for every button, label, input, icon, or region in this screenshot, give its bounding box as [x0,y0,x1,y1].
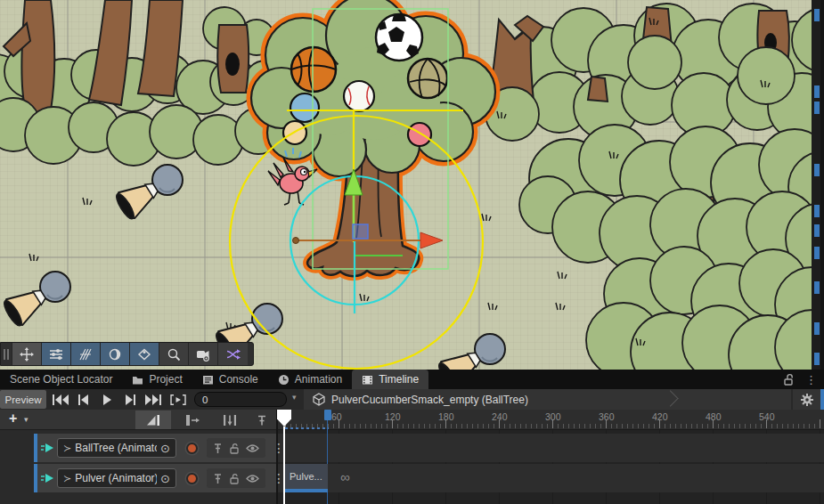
film-icon [362,374,373,386]
timeline-settings-button[interactable] [793,389,820,410]
tab-console[interactable]: Console [192,370,268,389]
playhead-line [283,427,285,504]
step-back-icon [76,394,92,405]
ruler-label: 180 [438,411,461,422]
step-forward-icon [122,394,138,405]
sphere-icon [108,347,122,362]
layers-tool-button[interactable] [130,343,159,365]
add-track-button[interactable]: + [9,411,17,427]
tab-animation[interactable]: Animation [268,370,352,389]
skip-start-button[interactable] [50,390,71,409]
camera-preview-button[interactable] [189,343,218,365]
tab-scene-object-locator[interactable]: Scene Object Locator [0,370,122,389]
play-range-button[interactable] [167,390,189,409]
pulver-animation-clip[interactable]: Pulve... [285,464,328,492]
tab-label: Timeline [379,373,419,386]
panel-menu-button[interactable]: ⋮ [805,374,817,386]
tab-label: Console [219,373,258,386]
mix-mode-button[interactable] [135,411,171,429]
volleyball [408,59,447,98]
toolbar-drag-grip[interactable] [1,343,12,365]
sphere-tool-button[interactable] [101,343,130,365]
ruler-label: 420 [652,411,675,422]
blue-ball [290,93,319,122]
track-label: BallTree (Animator) [75,442,157,454]
ruler-label: 120 [385,411,408,422]
animation-track-icon [37,442,57,454]
shuffle-tool-button[interactable] [218,343,248,365]
lane-pulver[interactable] [278,464,824,492]
ruler-label: 60 [331,411,355,422]
record-button[interactable] [186,443,198,454]
tab-project[interactable]: Project [122,370,192,389]
frame-options-caret[interactable]: ▾ [292,393,297,402]
skip-end-icon [145,394,162,405]
track-name-box[interactable]: ≻ Pulver (Animator) ⊙ [57,468,176,488]
play-button[interactable] [96,390,118,409]
pink-ball [408,123,431,146]
duration-range-dots [285,427,329,429]
baseball [344,81,374,111]
add-track-caret[interactable]: ▾ [24,415,29,424]
xy-plane-handle[interactable] [353,224,368,239]
tab-label: Project [149,373,182,386]
pin-icon[interactable] [213,443,223,454]
gear-icon [801,394,813,406]
hatch-icon [78,347,93,362]
skip-end-button[interactable] [143,390,164,409]
eye-icon[interactable] [246,474,259,484]
magnifier-icon [167,347,181,362]
marker-toggle-button[interactable] [251,411,273,429]
ripple-mode-icon [185,414,200,427]
track-label: Pulver (Animator) [75,472,157,484]
timeline-lanes[interactable]: 0 60 120 180 240 300 360 420 480 540 Pul… [278,410,824,504]
timeline-track-panel: + ▾ [0,410,276,504]
breadcrumb-chevron [662,390,678,406]
ruler-label: 360 [599,411,622,422]
move-tool-button[interactable] [12,343,42,365]
step-forward-button[interactable] [119,390,141,409]
record-button[interactable] [186,473,198,484]
editor-window: .bush{fill:#a4bb82;stroke:#202020;stroke… [0,0,824,504]
basketball [291,47,336,92]
scene-view[interactable]: .bush{fill:#a4bb82;stroke:#202020;stroke… [0,0,824,370]
mix-mode-icon [146,414,161,427]
eye-icon[interactable] [246,443,259,453]
pin-icon[interactable] [213,473,223,484]
soccer-ball [376,14,422,61]
lock-icon[interactable] [229,443,240,454]
track-row-pulver[interactable]: ≻ Pulver (Animator) ⊙ [34,464,276,492]
clock-icon [278,374,290,386]
scene-toolbar [0,342,254,366]
layers-icon [137,347,151,362]
tab-timeline[interactable]: Timeline [352,370,428,389]
timeline-toolbar: + ▾ [0,410,276,430]
unlock-icon[interactable] [782,373,795,386]
ripple-mode-button[interactable] [176,411,208,429]
target-icon[interactable]: ⊙ [160,442,170,455]
cube-icon [313,393,325,406]
zoom-tool-button[interactable] [159,343,189,365]
replace-mode-icon [223,414,237,427]
timeline-ruler[interactable]: 0 60 120 180 240 300 360 420 480 540 [278,410,824,430]
marker-toggle-icon [256,414,268,427]
breadcrumb[interactable]: PulverCucumberSmack_empty (BallTree) [304,389,791,410]
clip-loop-indicator: ∞ [340,464,350,492]
folder-icon [132,374,143,386]
duration-end-marker[interactable] [324,410,331,420]
track-row-balltree[interactable]: ≻ BallTree (Animator) ⊙ [34,434,276,462]
preview-toggle-button[interactable]: Preview [0,390,46,409]
ruler-label: 240 [492,411,515,422]
current-frame-field[interactable]: 0 [194,392,287,407]
sliders-tool-button[interactable] [42,343,71,365]
track-toggles [207,468,265,488]
track-name-box[interactable]: ≻ BallTree (Animator) ⊙ [57,438,176,458]
tab-label: Animation [295,373,342,386]
lane-balltree[interactable] [278,434,824,462]
hatch-tool-button[interactable] [71,343,101,365]
replace-mode-button[interactable] [214,411,246,429]
step-back-button[interactable] [73,390,94,409]
target-icon[interactable]: ⊙ [160,472,170,485]
ruler-label: 480 [706,411,729,422]
lock-icon[interactable] [229,473,240,484]
